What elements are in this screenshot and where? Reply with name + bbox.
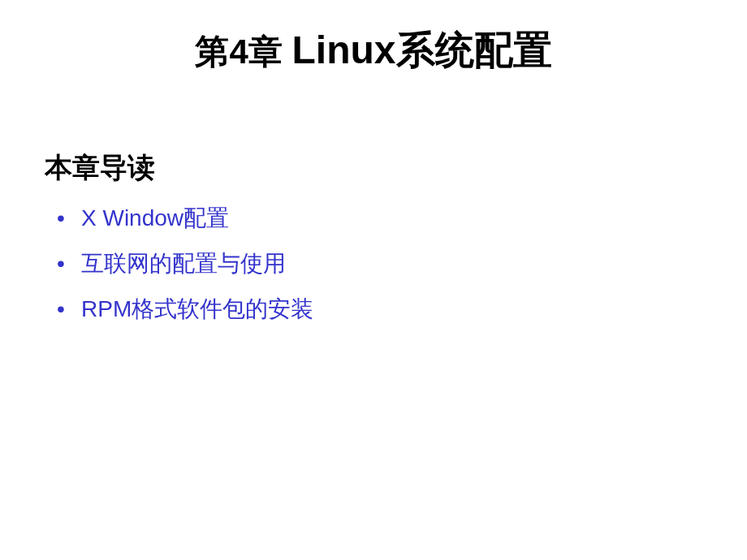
- title-main: Linux系统配置: [292, 28, 552, 71]
- list-item: RPM格式软件包的安装: [57, 292, 702, 326]
- title-prefix: 第4章: [195, 32, 291, 71]
- list-item: X Window配置: [57, 201, 702, 235]
- slide-title: 第4章 Linux系统配置: [45, 24, 702, 76]
- list-item: 互联网的配置与使用: [57, 247, 702, 281]
- slide-container: 第4章 Linux系统配置 本章导读 X Window配置 互联网的配置与使用 …: [0, 0, 747, 560]
- section-heading: 本章导读: [45, 149, 702, 187]
- bullet-list: X Window配置 互联网的配置与使用 RPM格式软件包的安装: [45, 201, 702, 326]
